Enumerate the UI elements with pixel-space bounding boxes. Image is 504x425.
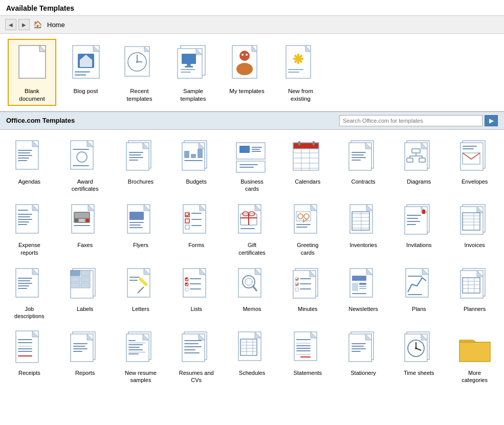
blank-label: Blankdocument (19, 87, 45, 103)
grid-item-contracts[interactable]: Contracts (336, 134, 391, 197)
grid-item-statements[interactable]: Statements (280, 325, 335, 388)
grid-item-receipts[interactable]: Receipts (2, 325, 57, 388)
svg-rect-166 (407, 221, 420, 222)
forward-button[interactable]: ▶ (18, 19, 30, 30)
svg-rect-163 (422, 210, 425, 214)
grid-item-brochures[interactable]: Brochures (114, 134, 168, 197)
svg-rect-260 (26, 351, 32, 352)
grid-item-agendas[interactable]: Agendas (2, 134, 57, 197)
svg-rect-71 (239, 167, 254, 168)
grid-item-schedules[interactable]: Schedules (225, 325, 279, 388)
grid-item-forms[interactable]: Forms (169, 197, 224, 260)
grid-item-invitations[interactable]: Invitations (391, 197, 446, 260)
grid-item-memos[interactable]: Memos (225, 261, 279, 324)
svg-rect-238 (352, 293, 366, 294)
grid-item-gift[interactable]: Giftcertificates (225, 197, 279, 260)
calendars-label: Calendars (295, 178, 320, 185)
svg-rect-307 (300, 356, 311, 357)
template-existing[interactable]: New fromexisting (276, 39, 325, 106)
svg-rect-108 (18, 216, 30, 217)
my-templates-svg (230, 44, 264, 83)
grid-item-plans[interactable]: Plans (391, 261, 446, 324)
recent-icon-area (120, 42, 159, 85)
svg-rect-273 (128, 343, 146, 343)
template-sample[interactable]: Sampletemplates (169, 39, 217, 106)
svg-rect-9 (75, 74, 86, 76)
new-resume-label: New resumesamples (125, 369, 157, 384)
svg-rect-303 (304, 348, 311, 349)
search-button[interactable]: ▶ (485, 115, 498, 126)
blog-icon-area (67, 42, 105, 85)
svg-rect-69 (252, 151, 261, 152)
grid-item-award[interactable]: Awardcertificates (58, 134, 113, 197)
memos-icon (234, 265, 270, 304)
svg-rect-8 (75, 71, 90, 73)
grid-item-envelopes[interactable]: Envelopes (447, 134, 502, 197)
invoices-label: Invoices (464, 241, 485, 249)
grid-item-flyers[interactable]: Flyers (114, 197, 168, 260)
svg-rect-53 (129, 152, 143, 153)
svg-rect-188 (71, 277, 80, 282)
grid-item-labels[interactable]: Labels (58, 261, 113, 324)
grid-item-faxes[interactable]: Faxes (58, 197, 113, 260)
grid-item-expense[interactable]: Expensereports (2, 197, 57, 260)
grid-item-newsletters[interactable]: Newsletters (336, 261, 391, 324)
grid-item-inventories[interactable]: Inventories (336, 197, 391, 260)
svg-rect-191 (81, 283, 90, 288)
svg-point-15 (136, 61, 138, 63)
grid-item-more[interactable]: Morecategories (447, 325, 502, 388)
svg-rect-102 (463, 146, 477, 147)
grid-item-diagrams[interactable]: Diagrams (391, 134, 446, 197)
svg-rect-133 (191, 219, 202, 220)
svg-rect-275 (128, 347, 140, 348)
template-my[interactable]: My templates (223, 39, 271, 106)
statements-label: Statements (293, 369, 322, 376)
svg-rect-67 (252, 147, 262, 148)
template-recent[interactable]: Recenttemplates (115, 39, 164, 106)
grid-item-invoices[interactable]: Invoices (447, 197, 502, 260)
grid-item-timesheets[interactable]: Time sheets (391, 325, 446, 388)
svg-rect-41 (18, 152, 30, 153)
grid-item-planners[interactable]: Planners (447, 261, 502, 324)
office-section-title: Office.com Templates (6, 117, 339, 124)
svg-rect-117 (79, 219, 85, 222)
grid-item-business-cards[interactable]: Businesscards (225, 134, 279, 197)
new-resume-icon (123, 329, 159, 368)
grid-item-stationery[interactable]: Stationery (336, 325, 391, 388)
grid-item-calendars[interactable]: Calendars (280, 134, 335, 197)
timesheets-icon (401, 329, 437, 368)
svg-rect-261 (18, 355, 32, 356)
faxes-icon (67, 202, 103, 240)
template-grid: Agendas Awardcertificates Brochures (0, 130, 504, 392)
svg-rect-235 (359, 283, 366, 285)
template-blank[interactable]: Blankdocument (8, 39, 56, 106)
search-input[interactable] (339, 115, 483, 126)
blank-doc-svg (17, 44, 48, 83)
page-title: Available Templates (0, 0, 504, 16)
faxes-label: Faxes (77, 241, 93, 249)
grid-item-minutes[interactable]: Minutes (280, 261, 335, 324)
svg-rect-189 (81, 277, 90, 282)
svg-rect-258 (26, 348, 32, 349)
grid-item-budgets[interactable]: Budgets (169, 134, 224, 197)
svg-rect-103 (463, 148, 474, 149)
template-blog[interactable]: Blog post (61, 39, 110, 106)
grid-item-resumes[interactable]: Resumes andCVs (169, 325, 224, 388)
grid-item-reports[interactable]: Reports (58, 325, 113, 388)
svg-rect-305 (304, 350, 311, 351)
grid-item-greeting[interactable]: Greetingcards (280, 197, 335, 260)
calendars-icon (290, 138, 325, 176)
grid-item-lists[interactable]: Lists (169, 261, 224, 324)
svg-rect-143 (240, 228, 255, 229)
grid-item-job[interactable]: Jobdescriptions (2, 261, 57, 324)
back-button[interactable]: ◀ (5, 19, 16, 30)
minutes-label: Minutes (298, 305, 318, 312)
grid-item-letters[interactable]: Letters (114, 261, 168, 324)
inventories-label: Inventories (349, 241, 377, 249)
labels-label: Labels (77, 305, 93, 312)
svg-rect-150 (296, 227, 308, 228)
grid-item-new-resume[interactable]: New resumesamples (114, 325, 168, 388)
svg-rect-37 (288, 72, 299, 73)
svg-rect-164 (407, 215, 421, 216)
svg-point-321 (415, 347, 417, 349)
